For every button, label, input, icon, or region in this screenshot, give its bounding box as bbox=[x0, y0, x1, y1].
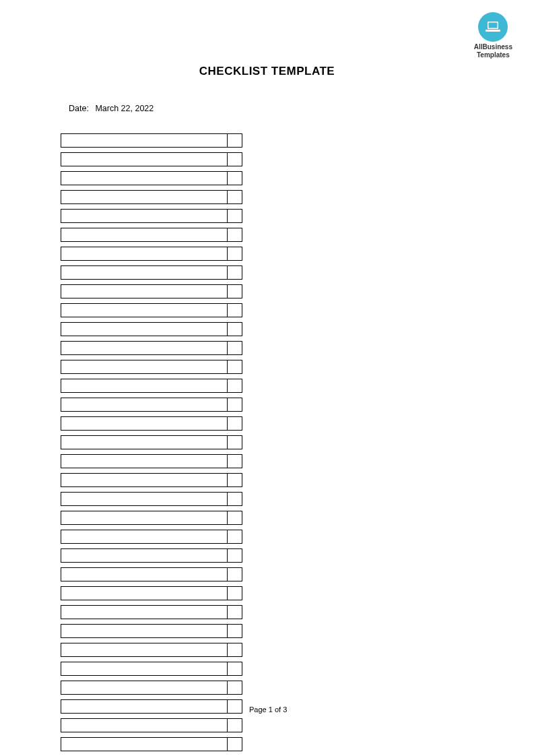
checklist-row bbox=[61, 398, 242, 412]
checklist-row bbox=[61, 341, 242, 355]
checklist-item-cell[interactable] bbox=[61, 228, 228, 242]
checklist-checkbox-cell[interactable] bbox=[228, 435, 242, 449]
checklist-checkbox-cell[interactable] bbox=[228, 190, 242, 204]
checklist-item-cell[interactable] bbox=[61, 605, 228, 619]
checklist-row bbox=[61, 699, 242, 714]
checklist-item-cell[interactable] bbox=[61, 511, 228, 525]
checklist-checkbox-cell[interactable] bbox=[228, 398, 242, 412]
checklist-row bbox=[61, 662, 242, 676]
checklist-item-cell[interactable] bbox=[61, 133, 228, 148]
checklist-checkbox-cell[interactable] bbox=[228, 379, 242, 393]
checklist-item-cell[interactable] bbox=[61, 322, 228, 336]
checklist-row bbox=[61, 190, 242, 204]
checklist-item-cell[interactable] bbox=[61, 209, 228, 223]
checklist-checkbox-cell[interactable] bbox=[228, 303, 242, 317]
checklist-row bbox=[61, 322, 242, 336]
checklist-item-cell[interactable] bbox=[61, 190, 228, 204]
checklist-row bbox=[61, 586, 242, 600]
checklist-row bbox=[61, 643, 242, 657]
checklist-item-cell[interactable] bbox=[61, 360, 228, 374]
checklist-row bbox=[61, 624, 242, 638]
checklist-row bbox=[61, 567, 242, 581]
brand-text-line2: Templates bbox=[474, 51, 512, 59]
checklist-item-cell[interactable] bbox=[61, 492, 228, 506]
checklist-item-cell[interactable] bbox=[61, 699, 228, 714]
checklist-item-cell[interactable] bbox=[61, 567, 228, 581]
checklist-item-cell[interactable] bbox=[61, 624, 228, 638]
checklist-checkbox-cell[interactable] bbox=[228, 416, 242, 431]
checklist-checkbox-cell[interactable] bbox=[228, 605, 242, 619]
checklist-checkbox-cell[interactable] bbox=[228, 284, 242, 298]
checklist-item-cell[interactable] bbox=[61, 718, 228, 732]
checklist-checkbox-cell[interactable] bbox=[228, 492, 242, 506]
checklist-item-cell[interactable] bbox=[61, 662, 228, 676]
checklist-checkbox-cell[interactable] bbox=[228, 548, 242, 563]
checklist-item-cell[interactable] bbox=[61, 435, 228, 449]
checklist-row bbox=[61, 492, 242, 506]
checklist-item-cell[interactable] bbox=[61, 473, 228, 487]
checklist-checkbox-cell[interactable] bbox=[228, 567, 242, 581]
date-field: Date: March 22, 2022 bbox=[69, 104, 154, 113]
checklist-checkbox-cell[interactable] bbox=[228, 247, 242, 261]
checklist-item-cell[interactable] bbox=[61, 379, 228, 393]
checklist-row bbox=[61, 435, 242, 449]
checklist-checkbox-cell[interactable] bbox=[228, 699, 242, 714]
checklist-row bbox=[61, 303, 242, 317]
checklist-checkbox-cell[interactable] bbox=[228, 718, 242, 732]
checklist-checkbox-cell[interactable] bbox=[228, 737, 242, 751]
date-label: Date: bbox=[69, 104, 89, 113]
checklist-row bbox=[61, 548, 242, 563]
checklist-checkbox-cell[interactable] bbox=[228, 624, 242, 638]
checklist-item-cell[interactable] bbox=[61, 681, 228, 695]
svg-rect-1 bbox=[489, 23, 498, 28]
checklist-item-cell[interactable] bbox=[61, 416, 228, 431]
checklist-checkbox-cell[interactable] bbox=[228, 454, 242, 468]
checklist-row bbox=[61, 284, 242, 298]
checklist-checkbox-cell[interactable] bbox=[228, 530, 242, 544]
checklist-item-cell[interactable] bbox=[61, 152, 228, 166]
checklist-item-cell[interactable] bbox=[61, 303, 228, 317]
checklist-item-cell[interactable] bbox=[61, 341, 228, 355]
checklist-checkbox-cell[interactable] bbox=[228, 341, 242, 355]
checklist-checkbox-cell[interactable] bbox=[228, 662, 242, 676]
checklist-row bbox=[61, 454, 242, 468]
laptop-icon bbox=[478, 12, 508, 42]
checklist-row bbox=[61, 152, 242, 166]
svg-rect-2 bbox=[486, 30, 500, 32]
checklist-row bbox=[61, 133, 242, 148]
brand-text-line1: AllBusiness bbox=[474, 43, 512, 51]
checklist-checkbox-cell[interactable] bbox=[228, 681, 242, 695]
checklist-checkbox-cell[interactable] bbox=[228, 511, 242, 525]
checklist-checkbox-cell[interactable] bbox=[228, 643, 242, 657]
checklist-item-cell[interactable] bbox=[61, 643, 228, 657]
checklist-item-cell[interactable] bbox=[61, 284, 228, 298]
checklist-item-cell[interactable] bbox=[61, 548, 228, 563]
checklist-item-cell[interactable] bbox=[61, 737, 228, 751]
checklist-checkbox-cell[interactable] bbox=[228, 209, 242, 223]
checklist-item-cell[interactable] bbox=[61, 247, 228, 261]
checklist-checkbox-cell[interactable] bbox=[228, 171, 242, 185]
checklist-item-cell[interactable] bbox=[61, 398, 228, 412]
checklist-row bbox=[61, 473, 242, 487]
checklist-item-cell[interactable] bbox=[61, 171, 228, 185]
brand-logo: AllBusiness Templates bbox=[474, 12, 512, 59]
checklist-item-cell[interactable] bbox=[61, 265, 228, 280]
checklist-table bbox=[61, 133, 242, 756]
checklist-row bbox=[61, 228, 242, 242]
checklist-item-cell[interactable] bbox=[61, 530, 228, 544]
checklist-checkbox-cell[interactable] bbox=[228, 228, 242, 242]
checklist-checkbox-cell[interactable] bbox=[228, 133, 242, 148]
checklist-row bbox=[61, 265, 242, 280]
checklist-checkbox-cell[interactable] bbox=[228, 586, 242, 600]
checklist-row bbox=[61, 681, 242, 695]
checklist-checkbox-cell[interactable] bbox=[228, 265, 242, 280]
checklist-checkbox-cell[interactable] bbox=[228, 322, 242, 336]
checklist-checkbox-cell[interactable] bbox=[228, 473, 242, 487]
checklist-item-cell[interactable] bbox=[61, 454, 228, 468]
checklist-row bbox=[61, 737, 242, 751]
checklist-checkbox-cell[interactable] bbox=[228, 152, 242, 166]
checklist-row bbox=[61, 379, 242, 393]
checklist-item-cell[interactable] bbox=[61, 586, 228, 600]
checklist-checkbox-cell[interactable] bbox=[228, 360, 242, 374]
date-value: March 22, 2022 bbox=[95, 104, 154, 113]
